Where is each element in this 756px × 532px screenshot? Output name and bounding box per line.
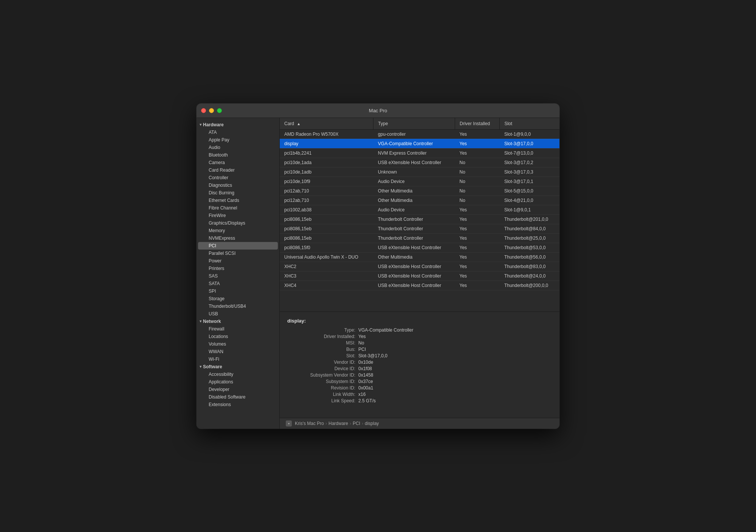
detail-key: Revision ID: bbox=[287, 385, 355, 391]
sidebar-item-disabled-software[interactable]: Disabled Software bbox=[198, 393, 278, 401]
detail-title: display: bbox=[287, 318, 552, 324]
sidebar-item-camera[interactable]: Camera bbox=[198, 159, 278, 166]
network-items-container: FirewallLocationsVolumesWWANWi-Fi bbox=[197, 325, 279, 363]
sidebar-item-disc-burning[interactable]: Disc Burning bbox=[198, 189, 278, 197]
sidebar-item-ethernet-cards[interactable]: Ethernet Cards bbox=[198, 197, 278, 204]
sidebar-item-pci[interactable]: PCI bbox=[198, 242, 278, 250]
sidebar-item-power[interactable]: Power bbox=[198, 257, 278, 265]
sidebar-item-sas[interactable]: SAS bbox=[198, 272, 278, 280]
cell-type: Audio Device bbox=[373, 205, 455, 214]
table-row[interactable]: pci8086,15ebThunderbolt ControllerYesThu… bbox=[280, 233, 559, 243]
breadcrumb-sep-2: › bbox=[350, 421, 351, 426]
sidebar-item-nvmexpress[interactable]: NVMExpress bbox=[198, 234, 278, 242]
cell-driver: No bbox=[455, 177, 500, 186]
sidebar-item-extensions[interactable]: Extensions bbox=[198, 401, 278, 408]
sidebar-item-volumes[interactable]: Volumes bbox=[198, 340, 278, 348]
content-area: Card ▲ Type Driver Installed Slot bbox=[280, 118, 559, 429]
detail-value: No bbox=[358, 340, 552, 346]
table-row[interactable]: XHC3USB eXtensible Host ControllerYesThu… bbox=[280, 271, 559, 281]
sidebar-section-software[interactable]: ▾ Software bbox=[197, 363, 279, 371]
detail-value: Yes bbox=[358, 334, 552, 339]
sidebar-item-wwan[interactable]: WWAN bbox=[198, 348, 278, 355]
cell-card: pci8086,15f0 bbox=[280, 243, 373, 252]
table-row[interactable]: pci1002,ab38Audio DeviceYesSlot-1@9,0,1 bbox=[280, 205, 559, 214]
sidebar-item-locations[interactable]: Locations bbox=[198, 333, 278, 340]
pci-table: Card ▲ Type Driver Installed Slot bbox=[280, 118, 559, 290]
sidebar-item-parallel-scsi[interactable]: Parallel SCSI bbox=[198, 250, 278, 257]
table-row[interactable]: pci12ab,710Other MultimediaNoSlot-5@15,0… bbox=[280, 186, 559, 195]
sidebar-item-firewall[interactable]: Firewall bbox=[198, 325, 278, 333]
col-slot[interactable]: Slot bbox=[500, 118, 559, 130]
cell-slot: Slot-1@9,0,1 bbox=[500, 205, 559, 214]
sidebar-item-diagnostics[interactable]: Diagnostics bbox=[198, 181, 278, 189]
sidebar[interactable]: ▾ Hardware ATAApple PayAudioBluetoothCam… bbox=[197, 118, 280, 429]
col-type[interactable]: Type bbox=[373, 118, 455, 130]
sidebar-item-developer[interactable]: Developer bbox=[198, 386, 278, 393]
cell-type: USB eXtensible Host Controller bbox=[373, 243, 455, 252]
cell-type: USB eXtensible Host Controller bbox=[373, 281, 455, 290]
sidebar-item-thunderbolt-usb4[interactable]: Thunderbolt/USB4 bbox=[198, 302, 278, 310]
table-row[interactable]: pci10de,10f9Audio DeviceNoSlot-3@17,0,1 bbox=[280, 177, 559, 186]
sidebar-item-wi-fi[interactable]: Wi-Fi bbox=[198, 355, 278, 363]
col-driver[interactable]: Driver Installed bbox=[455, 118, 500, 130]
sidebar-item-graphics-displays[interactable]: Graphics/Displays bbox=[198, 219, 278, 227]
cell-type: Audio Device bbox=[373, 177, 455, 186]
cell-slot: Slot-4@21,0,0 bbox=[500, 195, 559, 205]
sidebar-item-bluetooth[interactable]: Bluetooth bbox=[198, 151, 278, 159]
cell-card: XHC2 bbox=[280, 262, 373, 271]
sidebar-item-card-reader[interactable]: Card Reader bbox=[198, 166, 278, 174]
sidebar-item-spi[interactable]: SPI bbox=[198, 287, 278, 295]
sidebar-item-controller[interactable]: Controller bbox=[198, 174, 278, 181]
cell-card: pci12ab,710 bbox=[280, 186, 373, 195]
sidebar-section-network[interactable]: ▾ Network bbox=[197, 318, 279, 325]
sidebar-item-printers[interactable]: Printers bbox=[198, 265, 278, 272]
col-card[interactable]: Card ▲ bbox=[280, 118, 373, 130]
sidebar-section-hardware[interactable]: ▾ Hardware bbox=[197, 121, 279, 129]
table-row[interactable]: pci10de,1adbUnknownNoSlot-3@17,0,3 bbox=[280, 167, 559, 177]
sidebar-item-usb[interactable]: USB bbox=[198, 310, 278, 318]
cell-type: Thunderbolt Controller bbox=[373, 233, 455, 243]
cell-slot: Thunderbolt@83,0,0 bbox=[500, 262, 559, 271]
table-row[interactable]: pci1b4b,2241NVM Express ControllerYesSlo… bbox=[280, 148, 559, 158]
window-title: Mac Pro bbox=[369, 108, 387, 113]
cell-slot: Slot-3@17,0,1 bbox=[500, 177, 559, 186]
sidebar-item-firewire[interactable]: FireWire bbox=[198, 212, 278, 219]
table-row[interactable]: XHC4USB eXtensible Host ControllerYesThu… bbox=[280, 281, 559, 290]
detail-value: 0x1458 bbox=[358, 372, 552, 378]
table-row[interactable]: pci8086,15f0USB eXtensible Host Controll… bbox=[280, 243, 559, 252]
table-row[interactable]: Universal Audio Apollo Twin X - DUOOther… bbox=[280, 252, 559, 262]
sidebar-item-ata[interactable]: ATA bbox=[198, 129, 278, 136]
sidebar-item-sata[interactable]: SATA bbox=[198, 280, 278, 287]
close-button[interactable] bbox=[201, 108, 206, 113]
table-header-row: Card ▲ Type Driver Installed Slot bbox=[280, 118, 559, 130]
cell-slot: Slot-7@13,0,0 bbox=[500, 148, 559, 158]
minimize-button[interactable] bbox=[209, 108, 214, 113]
sidebar-item-applications[interactable]: Applications bbox=[198, 378, 278, 386]
breadcrumb-section1: Hardware bbox=[328, 421, 348, 426]
chevron-down-icon: ▾ bbox=[200, 123, 201, 127]
table-row[interactable]: pci8086,15ebThunderbolt ControllerYesThu… bbox=[280, 214, 559, 224]
table-row[interactable]: pci10de,1adaUSB eXtensible Host Controll… bbox=[280, 158, 559, 167]
software-items-container: AccessibilityApplicationsDeveloperDisabl… bbox=[197, 371, 279, 408]
table-row[interactable]: XHC2USB eXtensible Host ControllerYesThu… bbox=[280, 262, 559, 271]
breadcrumb-sep-3: › bbox=[362, 421, 363, 426]
table-row[interactable]: pci8086,15ebThunderbolt ControllerYesThu… bbox=[280, 224, 559, 233]
table-row[interactable]: pci12ab,710Other MultimediaNoSlot-4@21,0… bbox=[280, 195, 559, 205]
chevron-down-icon-network: ▾ bbox=[200, 319, 201, 323]
cell-slot: Slot-1@9,0,0 bbox=[500, 129, 559, 139]
table-row[interactable]: displayVGA-Compatible ControllerYesSlot-… bbox=[280, 139, 559, 148]
sidebar-item-apple-pay[interactable]: Apple Pay bbox=[198, 136, 278, 144]
sidebar-item-audio[interactable]: Audio bbox=[198, 144, 278, 151]
sidebar-item-accessibility[interactable]: Accessibility bbox=[198, 371, 278, 378]
sidebar-item-fibre-channel[interactable]: Fibre Channel bbox=[198, 204, 278, 212]
sidebar-item-memory[interactable]: Memory bbox=[198, 227, 278, 234]
cell-card: pci10de,10f9 bbox=[280, 177, 373, 186]
detail-key: Slot: bbox=[287, 353, 355, 358]
sidebar-item-storage[interactable]: Storage bbox=[198, 295, 278, 302]
cell-slot: Thunderbolt@200,0,0 bbox=[500, 281, 559, 290]
table-area[interactable]: Card ▲ Type Driver Installed Slot bbox=[280, 118, 559, 312]
maximize-button[interactable] bbox=[217, 108, 222, 113]
detail-key: Link Speed: bbox=[287, 398, 355, 403]
table-row[interactable]: AMD Radeon Pro W5700Xgpu-controllerYesSl… bbox=[280, 129, 559, 139]
cell-type: Other Multimedia bbox=[373, 252, 455, 262]
